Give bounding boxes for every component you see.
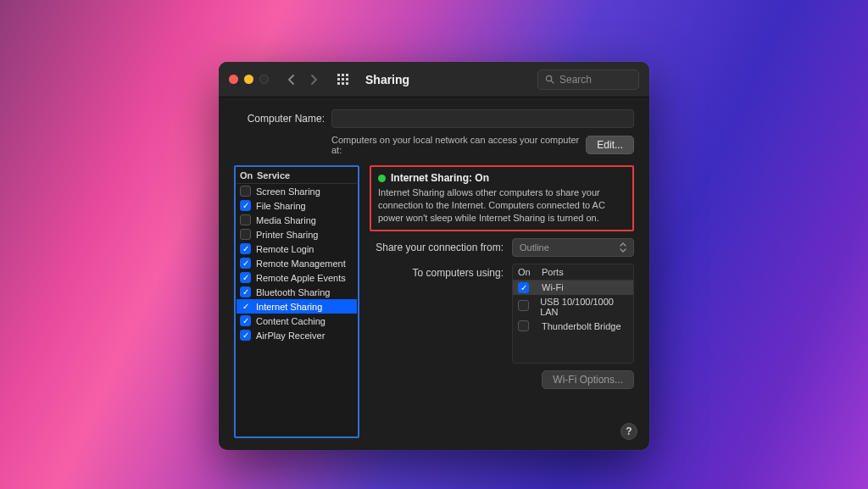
service-checkbox[interactable]: ✓ xyxy=(240,258,251,269)
traffic-lights xyxy=(229,75,269,84)
ports-header-ports: Ports xyxy=(542,267,564,277)
service-row[interactable]: ✓Internet Sharing xyxy=(236,299,357,314)
port-row[interactable]: Thunderbolt Bridge xyxy=(513,319,633,335)
service-row[interactable]: ✓Remote Login xyxy=(236,242,357,256)
service-checkbox[interactable] xyxy=(240,214,251,225)
ports-table[interactable]: On Ports ✓Wi-FiUSB 10/100/1000 LANThunde… xyxy=(512,264,634,364)
service-checkbox[interactable] xyxy=(240,229,251,240)
port-checkbox[interactable]: ✓ xyxy=(518,282,529,293)
status-title: Internet Sharing: On xyxy=(391,172,489,184)
service-row[interactable]: Screen Sharing xyxy=(236,184,357,198)
svg-line-10 xyxy=(551,81,554,83)
service-header-service: Service xyxy=(257,170,290,181)
computer-name-row: Computer Name: xyxy=(234,109,634,128)
sharing-prefpane-window: Sharing Search Computer Name: Computers … xyxy=(219,62,649,450)
content-area: Computer Name: Computers on your local n… xyxy=(219,97,649,450)
svg-rect-1 xyxy=(342,74,344,76)
service-checkbox[interactable]: ✓ xyxy=(240,200,251,211)
share-from-row: Share your connection from: Outline xyxy=(370,238,634,257)
back-button[interactable] xyxy=(282,70,301,89)
service-label: File Sharing xyxy=(256,201,306,211)
port-checkbox[interactable] xyxy=(518,320,529,331)
service-label: Remote Apple Events xyxy=(256,273,346,283)
ports-header-on: On xyxy=(518,267,542,277)
help-button[interactable]: ? xyxy=(620,423,637,440)
service-list[interactable]: On Service Screen Sharing✓File SharingMe… xyxy=(234,165,359,438)
service-label: Remote Login xyxy=(256,244,314,254)
svg-rect-6 xyxy=(337,82,340,85)
service-label: Internet Sharing xyxy=(256,302,322,312)
status-indicator-icon xyxy=(378,175,386,182)
service-row[interactable]: ✓Bluetooth Sharing xyxy=(236,285,357,299)
service-row[interactable]: Printer Sharing xyxy=(236,227,357,242)
share-from-select[interactable]: Outline xyxy=(512,238,634,257)
port-label: USB 10/100/1000 LAN xyxy=(540,297,628,317)
share-from-label: Share your connection from: xyxy=(370,242,512,253)
svg-rect-8 xyxy=(346,82,348,85)
service-label: Bluetooth Sharing xyxy=(256,287,330,297)
nav-arrows xyxy=(282,70,323,89)
service-checkbox[interactable]: ✓ xyxy=(240,315,251,326)
edit-button[interactable]: Edit... xyxy=(586,136,634,154)
wifi-options-button[interactable]: Wi-Fi Options... xyxy=(542,370,634,389)
forward-button[interactable] xyxy=(304,70,323,89)
search-placeholder: Search xyxy=(559,74,592,86)
to-using-label: To computers using: xyxy=(370,264,512,279)
service-checkbox[interactable]: ✓ xyxy=(240,272,251,283)
titlebar: Sharing Search xyxy=(219,62,649,97)
svg-rect-4 xyxy=(342,78,344,81)
svg-rect-2 xyxy=(346,74,348,76)
service-checkbox[interactable]: ✓ xyxy=(240,301,251,312)
ports-header: On Ports xyxy=(513,264,633,281)
service-label: Media Sharing xyxy=(256,215,316,225)
computer-name-field[interactable] xyxy=(331,109,634,128)
minimize-button[interactable] xyxy=(244,75,253,84)
main-columns: On Service Screen Sharing✓File SharingMe… xyxy=(234,165,634,438)
port-label: Thunderbolt Bridge xyxy=(542,321,621,331)
status-info-box: Internet Sharing: On Internet Sharing al… xyxy=(370,165,634,231)
service-row[interactable]: ✓Content Caching xyxy=(236,314,357,328)
show-all-button[interactable] xyxy=(333,69,353,90)
service-row[interactable]: ✓File Sharing xyxy=(236,198,357,213)
port-checkbox[interactable] xyxy=(518,300,529,311)
share-from-value: Outline xyxy=(520,242,549,253)
service-label: Remote Management xyxy=(256,258,346,269)
service-checkbox[interactable]: ✓ xyxy=(240,286,251,297)
service-header-on: On xyxy=(240,170,257,181)
wifi-options-label: Wi-Fi Options... xyxy=(553,374,623,386)
service-checkbox[interactable]: ✓ xyxy=(240,330,251,341)
port-row[interactable]: ✓Wi-Fi xyxy=(513,281,633,295)
service-label: Screen Sharing xyxy=(256,186,320,197)
svg-rect-5 xyxy=(346,78,348,81)
service-row[interactable]: Media Sharing xyxy=(236,213,357,227)
detail-column: Internet Sharing: On Internet Sharing al… xyxy=(370,165,634,438)
svg-rect-7 xyxy=(342,82,344,85)
edit-button-label: Edit... xyxy=(597,139,623,151)
zoom-button[interactable] xyxy=(259,75,269,84)
computer-name-subrow: Computers on your local network can acce… xyxy=(234,135,634,155)
help-icon: ? xyxy=(626,425,632,437)
status-line: Internet Sharing: On xyxy=(378,172,626,184)
to-using-row: To computers using: On Ports ✓Wi-FiUSB 1… xyxy=(370,264,634,364)
service-row[interactable]: ✓Remote Management xyxy=(236,256,357,270)
service-row[interactable]: ✓Remote Apple Events xyxy=(236,270,357,285)
service-checkbox[interactable] xyxy=(240,186,251,197)
computer-name-subtext: Computers on your local network can acce… xyxy=(331,135,586,155)
service-checkbox[interactable]: ✓ xyxy=(240,243,251,254)
service-label: Printer Sharing xyxy=(256,230,318,240)
svg-rect-3 xyxy=(337,78,340,81)
select-stepper-icon xyxy=(620,242,626,253)
port-row[interactable]: USB 10/100/1000 LAN xyxy=(513,295,633,319)
svg-point-9 xyxy=(546,75,551,81)
window-title: Sharing xyxy=(365,73,409,86)
search-icon xyxy=(545,75,554,84)
svg-rect-0 xyxy=(337,74,340,76)
service-list-header: On Service xyxy=(236,168,357,184)
close-button[interactable] xyxy=(229,75,238,84)
computer-name-label: Computer Name: xyxy=(234,109,331,125)
service-row[interactable]: ✓AirPlay Receiver xyxy=(236,328,357,342)
status-description: Internet Sharing allows other computers … xyxy=(378,186,626,225)
search-field[interactable]: Search xyxy=(537,69,639,90)
service-label: AirPlay Receiver xyxy=(256,331,325,341)
port-label: Wi-Fi xyxy=(542,282,564,292)
